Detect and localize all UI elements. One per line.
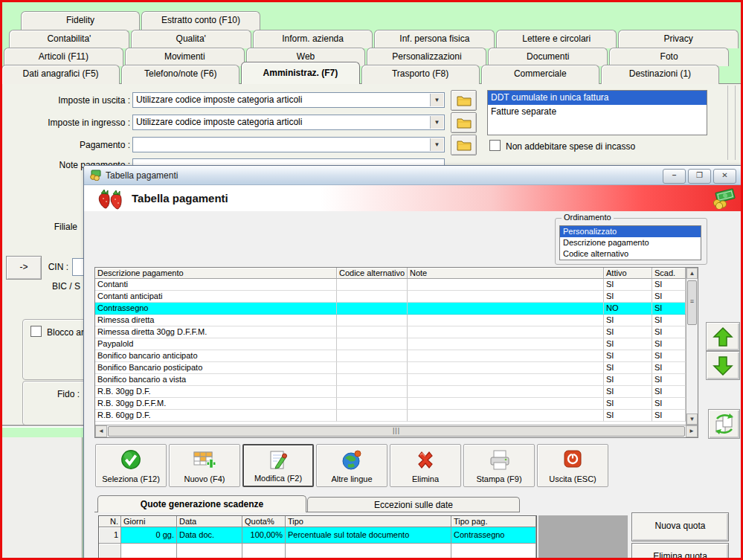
column-header: N. — [99, 516, 121, 527]
modifica-button[interactable]: Modifica (F2) — [242, 444, 314, 487]
button-label: Modifica (F2) — [254, 474, 302, 483]
move-up-button[interactable] — [706, 322, 740, 351]
tab[interactable]: Movimenti — [125, 48, 245, 66]
imposte-ingresso-folder-button[interactable] — [451, 112, 477, 133]
tab[interactable]: Documenti — [488, 48, 608, 66]
pagamento-label: Pagamento : — [6, 140, 130, 150]
tab[interactable]: Trasporto (F8) — [361, 65, 480, 84]
maximize-button[interactable]: ❐ — [688, 169, 711, 184]
table-row[interactable]: Paypalold SI SI — [95, 338, 686, 350]
imposte-uscita-combo[interactable]: Utilizzare codice imposte categoria arti… — [132, 92, 445, 108]
scroll-up-icon[interactable]: ▲ — [686, 268, 698, 279]
table-row[interactable]: Rimessa diretta 30gg D.F.F.M. SI SI — [95, 326, 686, 338]
table-row[interactable]: R.B. 30gg D.F.F.M. SI SI — [95, 398, 686, 410]
altre-lingue-button[interactable]: Altre lingue — [316, 444, 387, 487]
dialog-titlebar[interactable]: Tabella pagamenti – ❐ ✕ — [84, 166, 742, 185]
chevron-down-icon[interactable]: ▼ — [430, 138, 443, 151]
table-row[interactable]: Bonifico bancario anticipato SI SI — [95, 350, 686, 362]
dialog-header-title: Tabella pagamenti — [132, 192, 228, 205]
ordinamento-listbox[interactable]: PersonalizzatoDescrizione pagamentoCodic… — [559, 225, 701, 260]
cin-label: CIN : — [0, 262, 68, 272]
tab[interactable]: Amministraz. (F7) — [241, 62, 359, 84]
scroll-down-icon[interactable]: ▼ — [686, 413, 698, 425]
seleziona-button[interactable]: Seleziona (F12) — [95, 444, 167, 487]
column-header[interactable]: Codice alternativo — [337, 268, 408, 279]
pagamento-combo[interactable]: ▼ — [132, 137, 445, 152]
elimina-quota-button[interactable]: Elimina quota — [631, 543, 729, 560]
pagamento-folder-button[interactable] — [451, 135, 477, 155]
imposte-ingresso-combo[interactable]: Utilizzare codice imposte categoria arti… — [132, 115, 445, 130]
tab[interactable]: Foto — [609, 48, 729, 66]
scrollbar-thumb[interactable]: ≡ — [687, 280, 697, 325]
column-header: Data — [177, 516, 242, 527]
tab[interactable]: Telefono/note (F6) — [121, 65, 239, 84]
table-row[interactable]: Contrassegno NO SI — [95, 303, 686, 315]
horizontal-scrollbar[interactable]: ◄ ||| ► — [95, 425, 698, 437]
button-label: Stampa (F9) — [476, 474, 521, 483]
tab[interactable]: Personalizzazioni — [367, 48, 486, 66]
column-header[interactable]: Attivo — [604, 268, 652, 279]
tab-eccezioni-sulle-date[interactable]: Eccezioni sulle date — [307, 497, 520, 512]
tab[interactable]: Fidelity — [21, 11, 140, 30]
tab-row-4: Dati anagrafici (F5)Telefono/note (F6)Am… — [1, 65, 719, 84]
printer-icon — [487, 448, 511, 471]
column-header[interactable]: Descrizione pagamento — [95, 268, 337, 279]
uscita-button[interactable]: Uscita (ESC) — [537, 444, 608, 487]
nuova-quota-button[interactable]: Nuova quota — [631, 512, 729, 541]
list-item[interactable]: Fatture separate — [488, 105, 707, 119]
table-row[interactable]: Rimessa diretta SI SI — [95, 315, 686, 326]
tab[interactable]: Destinazioni (1) — [601, 65, 719, 84]
column-header[interactable]: Note — [408, 268, 604, 279]
list-item[interactable]: Personalizzato — [560, 226, 701, 237]
exit-icon — [562, 448, 583, 469]
table-row[interactable] — [99, 544, 536, 559]
scroll-left-icon[interactable]: ◄ — [95, 425, 107, 437]
table-row[interactable]: R.B. 30gg D.F. SI SI — [95, 386, 686, 398]
nuovo-button[interactable]: Nuovo (F4) — [169, 444, 240, 487]
tab[interactable]: Lettere e circolari — [496, 30, 617, 48]
tab[interactable]: Dati anagrafici (F5) — [1, 65, 120, 84]
refresh-button[interactable] — [708, 409, 740, 439]
tab-quote-generazione-scadenze[interactable]: Quote generazione scadenze — [97, 495, 306, 512]
tab[interactable]: Estratto conto (F10) — [141, 11, 260, 30]
fatturazione-listbox[interactable]: DDT cumulate in unica fatturaFatture sep… — [487, 90, 707, 135]
elimina-button[interactable]: Elimina — [390, 444, 461, 487]
tab[interactable]: Commerciale — [481, 65, 599, 84]
tab[interactable]: Qualita' — [131, 30, 251, 48]
chevron-down-icon[interactable]: ▼ — [430, 94, 443, 106]
list-item[interactable]: Codice alternativo — [560, 248, 701, 260]
table-row[interactable]: 1 0 gg. Data doc. 100,00% Percentuale su… — [99, 527, 536, 544]
tab[interactable]: Inf. persona fisica — [374, 30, 495, 48]
tab[interactable]: Inform. azienda — [253, 30, 373, 48]
minimize-button[interactable]: – — [663, 169, 686, 184]
tab[interactable]: Articoli (F11) — [4, 48, 123, 66]
blocco-checkbox[interactable] — [30, 326, 42, 337]
check-icon — [120, 448, 142, 471]
vertical-scrollbar[interactable]: ▲ ≡ ▼ — [686, 268, 698, 425]
tab[interactable]: Contabilita' — [9, 30, 129, 48]
spese-incasso-checkbox[interactable] — [489, 140, 501, 151]
bic-label: BIC / S — [0, 281, 80, 292]
list-item[interactable]: Descrizione pagamento — [560, 237, 701, 248]
table-row[interactable]: Bonifico Bancario posticipato SI SI — [95, 362, 686, 374]
tab[interactable]: Privacy — [618, 30, 739, 48]
tabella-pagamenti-dialog: Tabella pagamenti – ❐ ✕ Tabella pagament… — [83, 165, 742, 560]
close-button[interactable]: ✕ — [713, 169, 736, 184]
blocco-label: Blocco ar — [47, 327, 84, 338]
chevron-down-icon[interactable]: ▼ — [430, 116, 443, 129]
scroll-right-icon[interactable]: ► — [686, 425, 698, 437]
table-row[interactable]: R.B. 60gg D.F. SI SI — [95, 410, 686, 422]
money-coins-icon — [710, 188, 736, 209]
folder-icon — [457, 94, 472, 106]
table-row[interactable]: Bonifico bancario a vista SI SI — [95, 374, 686, 386]
move-down-button[interactable] — [706, 351, 740, 380]
divider — [735, 86, 736, 160]
table-row[interactable]: Contanti anticipati SI SI — [95, 291, 686, 303]
list-item[interactable]: DDT cumulate in unica fattura — [488, 91, 707, 105]
scrollbar-thumb[interactable]: ||| — [108, 426, 685, 437]
spese-incasso-label: Non addebitare spese di incasso — [506, 141, 635, 152]
table-row[interactable]: Contanti SI SI — [95, 279, 686, 291]
imposte-uscita-folder-button[interactable] — [451, 90, 477, 111]
stampa-button[interactable]: Stampa (F9) — [463, 444, 535, 487]
column-header[interactable]: Scad. — [652, 268, 686, 279]
